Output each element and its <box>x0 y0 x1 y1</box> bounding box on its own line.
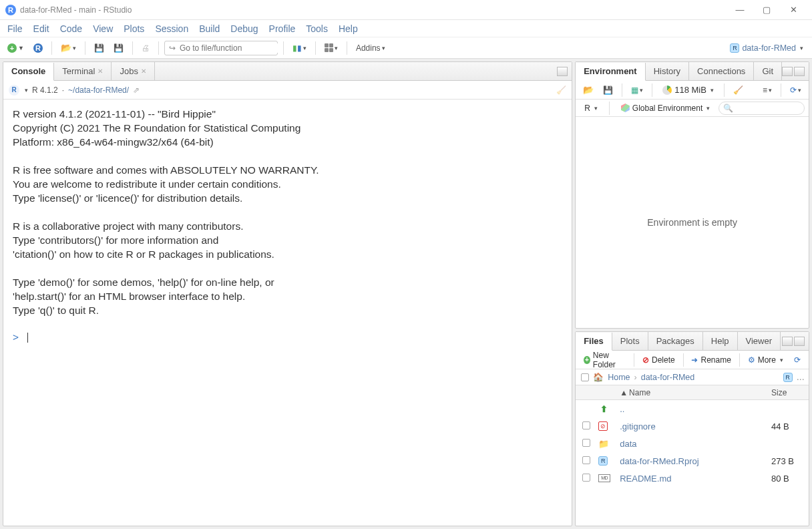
chevron-down-icon[interactable]: ▾ <box>25 87 28 94</box>
menu-profile[interactable]: Profile <box>266 22 299 35</box>
memory-usage[interactable]: 118 MiB▾ <box>658 83 719 96</box>
separator <box>315 41 316 55</box>
close-icon[interactable]: ✕ <box>97 67 103 75</box>
goto-file-box[interactable]: ↪ <box>164 41 278 55</box>
home-icon[interactable]: 🏠 <box>593 372 604 382</box>
print-button[interactable]: 🖨 <box>138 41 153 55</box>
menu-view[interactable]: View <box>89 22 116 35</box>
close-icon[interactable]: ✕ <box>141 67 146 75</box>
maximize-button[interactable]: ▢ <box>753 1 780 19</box>
clear-workspace-button[interactable]: 🧹 <box>730 83 747 98</box>
refresh-files-button[interactable]: ⟳ <box>790 354 805 366</box>
scope-selector[interactable]: Global Environment▾ <box>616 102 715 114</box>
separator <box>283 41 284 55</box>
panes-button[interactable]: ▾ <box>321 41 341 55</box>
app-icon: R <box>5 5 16 15</box>
console-output[interactable]: R version 4.1.2 (2021-11-01) -- "Bird Hi… <box>3 100 572 526</box>
tab-packages[interactable]: Packages <box>648 332 703 350</box>
file-row[interactable]: Rdata-for-RMed.Rproj273 B <box>576 452 809 470</box>
folder-open-icon: 📂 <box>583 85 594 95</box>
file-name[interactable]: data <box>620 439 636 449</box>
tab-connections[interactable]: Connections <box>689 62 754 80</box>
save-button[interactable]: 💾 <box>91 41 108 55</box>
menu-plots[interactable]: Plots <box>120 22 148 35</box>
menu-build[interactable]: Build <box>196 22 223 35</box>
minimize-button[interactable]: — <box>727 1 753 19</box>
rename-button[interactable]: ➜Rename <box>687 354 735 366</box>
gitignore-icon: ⊘ <box>598 421 608 431</box>
breadcrumb-home[interactable]: Home <box>608 373 630 382</box>
menu-code[interactable]: Code <box>57 22 85 35</box>
tab-console[interactable]: Console <box>3 63 54 81</box>
tab-plots[interactable]: Plots <box>612 332 648 350</box>
new-project-button[interactable]: R <box>30 41 46 55</box>
menu-edit[interactable]: Edit <box>30 22 53 35</box>
new-file-button[interactable]: +▼ <box>4 41 27 55</box>
import-dataset-button[interactable]: ▦▾ <box>628 83 646 98</box>
separator <box>158 41 159 55</box>
pie-chart-icon <box>662 85 672 95</box>
minimize-pane-icon[interactable] <box>782 337 793 346</box>
refresh-button[interactable]: ⟳▾ <box>787 83 805 98</box>
file-checkbox[interactable] <box>582 421 590 429</box>
project-menu[interactable]: R data-for-RMed ▾ <box>725 41 808 55</box>
file-name[interactable]: data-for-RMed.Rproj <box>620 456 699 466</box>
tab-git[interactable]: Git <box>754 62 782 80</box>
clear-console-icon[interactable]: 🧹 <box>556 85 566 95</box>
save-all-button[interactable]: 💾 <box>110 41 127 55</box>
col-name[interactable]: ▲ Name <box>617 388 771 397</box>
file-row-up[interactable]: ⬆ .. <box>576 400 809 417</box>
close-button[interactable]: ✕ <box>780 1 807 19</box>
file-checkbox[interactable] <box>582 474 590 482</box>
file-row[interactable]: MDREADME.md80 B <box>576 470 809 487</box>
file-row[interactable]: ⊘.gitignore44 B <box>576 417 809 435</box>
more-button[interactable]: ⚙More▾ <box>744 354 787 366</box>
select-all-checkbox[interactable] <box>581 373 589 381</box>
tab-files[interactable]: Files <box>576 333 612 351</box>
maximize-pane-icon[interactable] <box>794 337 805 346</box>
chevron-icon[interactable]: ⇗ <box>133 85 140 95</box>
minimize-pane-icon[interactable] <box>782 67 793 76</box>
tab-environment[interactable]: Environment <box>576 63 645 81</box>
tab-help[interactable]: Help <box>703 332 738 350</box>
tab-terminal[interactable]: Terminal✕ <box>54 62 112 80</box>
more-path-button[interactable]: … <box>797 373 805 382</box>
language-selector[interactable]: R▾ <box>580 102 602 114</box>
addins-button[interactable]: Addins▾ <box>353 41 389 55</box>
col-size[interactable]: Size <box>771 388 809 397</box>
goto-file-input[interactable] <box>180 43 280 53</box>
menu-session[interactable]: Session <box>152 22 192 35</box>
tab-jobs[interactable]: Jobs✕ <box>112 62 154 80</box>
file-checkbox[interactable] <box>582 439 590 447</box>
file-name[interactable]: README.md <box>620 474 671 484</box>
delete-button[interactable]: ⊘Delete <box>638 354 679 366</box>
file-checkbox[interactable] <box>582 456 590 464</box>
chevron-right-icon: › <box>634 373 637 382</box>
environment-pane: Environment History Connections Git 📂 💾 … <box>575 61 809 329</box>
menu-file[interactable]: File <box>4 22 26 35</box>
new-folder-button[interactable]: +New Folder <box>580 349 630 371</box>
project-icon[interactable]: R <box>783 373 793 382</box>
menubar: File Edit Code View Plots Session Build … <box>0 20 812 37</box>
right-column: Environment History Connections Git 📂 💾 … <box>575 61 809 526</box>
list-view-button[interactable]: ≡▾ <box>759 83 775 98</box>
load-workspace-button[interactable]: 📂 <box>580 83 597 98</box>
minimize-pane-icon[interactable] <box>557 67 568 76</box>
breadcrumb-folder[interactable]: data-for-RMed <box>641 373 695 382</box>
tab-history[interactable]: History <box>646 62 689 80</box>
menu-tools[interactable]: Tools <box>302 22 331 35</box>
file-row[interactable]: 📁data <box>576 435 809 452</box>
maximize-pane-icon[interactable] <box>794 67 805 76</box>
tab-viewer[interactable]: Viewer <box>738 332 781 350</box>
file-size: 44 B <box>771 421 809 431</box>
files-pane: Files Plots Packages Help Viewer +New Fo… <box>575 331 809 526</box>
file-name[interactable]: .gitignore <box>620 421 655 431</box>
menu-debug[interactable]: Debug <box>227 22 261 35</box>
working-dir[interactable]: ~/data-for-RMed/ <box>68 85 129 95</box>
open-file-button[interactable]: 📂▾ <box>57 41 79 55</box>
build-button[interactable]: ▮▮▾ <box>289 41 310 55</box>
env-search[interactable]: 🔍 <box>719 102 805 115</box>
env-empty-message: Environment is empty <box>576 117 809 328</box>
save-workspace-button[interactable]: 💾 <box>600 83 616 98</box>
menu-help[interactable]: Help <box>335 22 361 35</box>
